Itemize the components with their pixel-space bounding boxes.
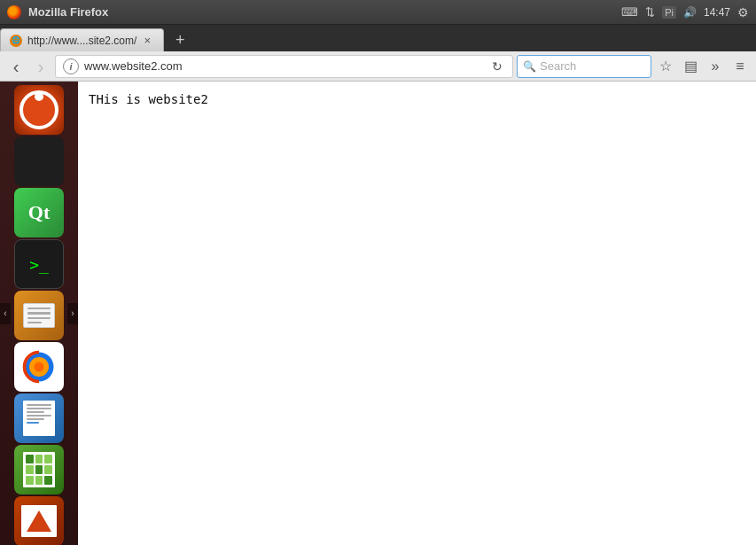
bookmark-icon: ☆ bbox=[659, 58, 672, 74]
clock: 14:47 bbox=[704, 6, 730, 19]
back-button[interactable]: ‹ bbox=[5, 56, 27, 77]
sidebar-item-windows[interactable] bbox=[14, 136, 64, 186]
calc-cell2 bbox=[35, 455, 43, 463]
tab-close-button[interactable]: × bbox=[140, 34, 154, 48]
new-tab-button[interactable]: + bbox=[168, 31, 192, 50]
calc-cell4 bbox=[26, 465, 34, 474]
tab-favicon: 🌐 bbox=[10, 35, 22, 47]
files-line4 bbox=[27, 322, 42, 323]
reader-icon: ▤ bbox=[684, 58, 698, 74]
navbar: ‹ › i www.website2.com ↻ 🔍 Search ☆ ▤ » … bbox=[0, 51, 756, 82]
firefox-svg-icon bbox=[19, 347, 58, 386]
search-icon: 🔍 bbox=[523, 60, 536, 73]
firefox-logo bbox=[7, 5, 21, 19]
sidebar-item-writer[interactable] bbox=[14, 393, 64, 443]
calc-cell7 bbox=[26, 476, 34, 485]
page-content: THis is website2 bbox=[89, 92, 745, 106]
sidebar-item-impress[interactable] bbox=[14, 496, 64, 545]
writer-line5 bbox=[27, 418, 44, 420]
overflow-icon: » bbox=[712, 58, 720, 74]
search-placeholder: Search bbox=[540, 59, 576, 73]
sidebar-item-ubuntu[interactable] bbox=[14, 85, 64, 135]
tabbar: 🌐 http://www....site2.com/ × + bbox=[0, 25, 756, 51]
sidebar-item-files[interactable] bbox=[14, 291, 64, 340]
writer-line3 bbox=[27, 411, 44, 413]
impress-icon bbox=[21, 505, 57, 537]
titlebar: Mozilla Firefox ⌨ ⇅ Pi 🔊 14:47 ⚙ bbox=[0, 0, 756, 25]
forward-button[interactable]: › bbox=[30, 56, 51, 77]
sidebar-item-firefox[interactable] bbox=[14, 342, 64, 392]
calc-cell1 bbox=[26, 455, 34, 463]
calc-cell5 bbox=[35, 465, 43, 474]
sidebar-scroll-left[interactable]: ‹ bbox=[0, 303, 11, 324]
address-text: www.website2.com bbox=[84, 59, 487, 73]
reader-button[interactable]: ▤ bbox=[680, 56, 701, 77]
content-area: THis is website2 bbox=[78, 82, 756, 545]
calc-icon bbox=[23, 452, 55, 487]
search-bar[interactable]: 🔍 Search bbox=[517, 55, 651, 78]
writer-line1 bbox=[27, 404, 51, 406]
sidebar-scroll-right[interactable]: › bbox=[67, 303, 78, 324]
sidebar-item-qt[interactable]: Qt bbox=[14, 188, 64, 237]
sidebar-item-calc[interactable] bbox=[14, 445, 64, 494]
files-line1 bbox=[27, 308, 51, 309]
network-icon: ⇅ bbox=[645, 5, 655, 19]
pi-icon: Pi bbox=[662, 6, 676, 19]
chevron-right-icon: › bbox=[71, 308, 74, 318]
files-line2 bbox=[27, 312, 51, 314]
sidebar-item-terminal[interactable]: >_ bbox=[14, 239, 64, 289]
chevron-left-icon: ‹ bbox=[4, 308, 6, 318]
writer-icon bbox=[23, 401, 55, 436]
main-area: ‹ Qt >_ bbox=[0, 82, 756, 545]
terminal-prompt-icon: >_ bbox=[29, 255, 49, 274]
active-tab[interactable]: 🌐 http://www....site2.com/ × bbox=[0, 28, 164, 51]
bookmark-button[interactable]: ☆ bbox=[655, 56, 676, 77]
tab-label: http://www....site2.com/ bbox=[27, 35, 136, 47]
settings-icon[interactable]: ⚙ bbox=[737, 5, 749, 19]
reload-button[interactable]: ↻ bbox=[487, 57, 507, 76]
writer-line6 bbox=[27, 422, 39, 424]
writer-line4 bbox=[27, 415, 51, 417]
files-icon bbox=[23, 303, 55, 328]
sidebar: ‹ Qt >_ bbox=[0, 82, 78, 545]
keyboard-icon: ⌨ bbox=[621, 5, 638, 19]
overflow-button[interactable]: » bbox=[705, 56, 726, 77]
titlebar-title: Mozilla Firefox bbox=[28, 5, 108, 19]
calc-cell8 bbox=[35, 476, 43, 485]
titlebar-controls: ⌨ ⇅ Pi 🔊 14:47 ⚙ bbox=[621, 5, 749, 19]
calc-cell3 bbox=[44, 455, 52, 463]
menu-button[interactable]: ≡ bbox=[729, 56, 751, 77]
info-icon: i bbox=[69, 61, 72, 72]
forward-icon: › bbox=[38, 58, 44, 75]
svg-point-2 bbox=[35, 362, 44, 372]
impress-shape-icon bbox=[27, 510, 51, 532]
info-button[interactable]: i bbox=[63, 58, 79, 74]
back-icon: ‹ bbox=[13, 58, 19, 75]
files-line3 bbox=[27, 317, 51, 319]
volume-icon: 🔊 bbox=[683, 6, 697, 19]
address-bar[interactable]: i www.website2.com ↻ bbox=[55, 55, 513, 78]
calc-cell9 bbox=[44, 476, 52, 485]
qt-label: Qt bbox=[28, 201, 50, 224]
writer-line2 bbox=[27, 408, 51, 409]
menu-icon: ≡ bbox=[736, 58, 744, 74]
calc-cell6 bbox=[44, 465, 52, 474]
reload-icon: ↻ bbox=[492, 59, 503, 74]
